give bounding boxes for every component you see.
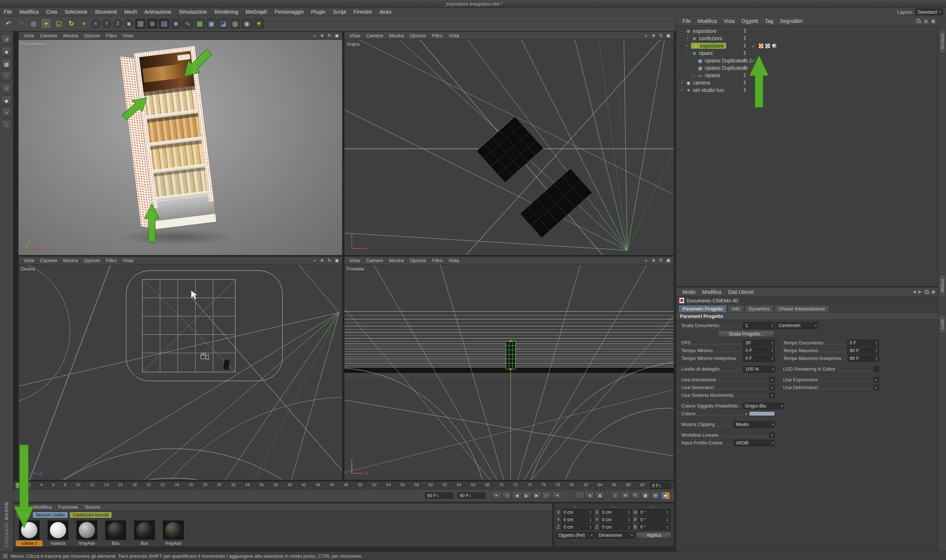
move-icon[interactable]: +: [41, 18, 52, 29]
apply-button[interactable]: Applica: [636, 532, 671, 538]
vp-menu-opzioni[interactable]: Opzioni: [407, 33, 429, 38]
lock-y-icon[interactable]: Y: [102, 19, 111, 28]
timeline-ruler[interactable]: 0246810121416182022242628303234363840424…: [13, 481, 674, 489]
vp-menu-filtro[interactable]: Filtro: [429, 33, 446, 38]
vp-menu-mostra[interactable]: Mostra: [60, 258, 81, 263]
vp-menu-vista[interactable]: Vista: [120, 258, 136, 263]
expander-icon[interactable]: +: [685, 36, 690, 41]
attribute-tab-parametri-progetto[interactable]: Parametri Progetto: [679, 305, 727, 312]
texture-grey-tag-icon[interactable]: [765, 43, 770, 49]
vp-menu-filtro[interactable]: Filtro: [103, 33, 120, 38]
main-menu-finestre[interactable]: Finestre: [350, 8, 376, 16]
tree-row-ripiano-duplicatore-1[interactable]: ▣ripiano Duplicatore.1✓: [676, 57, 938, 64]
vp-menu-opzioni[interactable]: Opzioni: [407, 258, 429, 263]
attribute-tab-chiave-interpolazione[interactable]: Chiave Interpolazione: [775, 305, 829, 312]
viewport-right[interactable]: VisteCamereMostraOpzioniFiltroVista +⊕↻▣…: [18, 256, 343, 480]
next-frame-icon[interactable]: ▶: [532, 492, 542, 500]
material-tab-tutti[interactable]: Tutti: [16, 512, 31, 518]
tree-row-ripiano-duplicatore[interactable]: ▣ripiano Duplicatore✓: [676, 64, 938, 72]
material-tab-confezioni-biscotti[interactable]: Confezioni biscotti: [69, 512, 112, 518]
add-subdivision-icon[interactable]: ▦: [194, 18, 205, 29]
material-sphere[interactable]: [48, 520, 68, 540]
rot-b-field[interactable]: 0 °: [639, 524, 671, 530]
main-menu-mograph[interactable]: MoGraph: [242, 8, 271, 16]
main-menu-strumenti[interactable]: Strumenti: [91, 8, 121, 16]
stepper-icon[interactable]: [436, 494, 439, 498]
size-z-field[interactable]: 0 cm: [600, 524, 632, 530]
input-profilo-dropdown[interactable]: sRGB▾: [733, 440, 775, 446]
material-sphere[interactable]: [163, 520, 184, 540]
rotate-view-icon[interactable]: ↻: [658, 32, 664, 39]
rotate-view-icon[interactable]: ↻: [326, 257, 333, 263]
expander-icon[interactable]: −: [685, 51, 690, 56]
toggle-view-icon[interactable]: ▣: [665, 257, 671, 263]
material-colore-c-0[interactable]: colore c: [16, 520, 43, 546]
range-start-field[interactable]: 90 F: [425, 492, 453, 499]
texture-mode-icon[interactable]: ▦: [2, 59, 11, 69]
zoom-view-icon[interactable]: ⊕: [650, 257, 657, 263]
vp-menu-opzioni[interactable]: Opzioni: [81, 258, 103, 263]
main-menu-plugin[interactable]: Plugin: [307, 8, 329, 16]
coord-system-icon[interactable]: ▣: [125, 19, 133, 28]
tree-row-set-studio-luci[interactable]: +☀set studio luci: [676, 86, 938, 94]
expander-icon[interactable]: +: [679, 80, 684, 85]
prev-frame-icon[interactable]: ◀: [512, 492, 522, 500]
material-tab-nessun-livello[interactable]: Nessun Livello: [32, 512, 68, 518]
prev-key-icon[interactable]: ◁: [502, 492, 511, 500]
material-sphere[interactable]: [134, 520, 155, 540]
range-end-field[interactable]: 90 F: [457, 492, 486, 499]
add-deformer-icon[interactable]: ◪: [218, 18, 228, 29]
last-tool-icon[interactable]: +: [78, 18, 90, 29]
viewport-top[interactable]: VisteCamereMostraOpzioniFiltroVista +⊕↻▣…: [344, 31, 674, 255]
render-settings-icon[interactable]: ⊛: [147, 18, 157, 29]
om-menu-modifica[interactable]: Modifica: [694, 18, 720, 24]
material-sphere[interactable]: [105, 520, 126, 540]
attribute-tab-dynamics[interactable]: Dynamics: [745, 305, 774, 312]
zoom-view-icon[interactable]: ⊕: [650, 32, 657, 39]
object-label[interactable]: ripiano Duplicatore: [704, 65, 749, 71]
perspective-view[interactable]: Prospettiva: [19, 40, 342, 255]
main-menu-rendering[interactable]: Rendering: [211, 8, 242, 16]
coord-mode-dropdown[interactable]: Oggetto (Rel)▾: [556, 532, 595, 538]
section-header[interactable]: Parametri Progetto: [676, 313, 938, 320]
visibility-dots[interactable]: [744, 80, 746, 85]
rotate-small-icon[interactable]: ↻: [631, 492, 640, 500]
mat-menu-file[interactable]: File: [16, 504, 30, 510]
viewport-front[interactable]: VisteCamereMostraOpzioniFiltroVista +⊕↻▣…: [344, 256, 674, 480]
vp-menu-viste[interactable]: Viste: [347, 33, 363, 38]
rot-h-field[interactable]: 0 °: [639, 509, 671, 515]
main-menu-selezione[interactable]: Selezione: [61, 8, 91, 16]
rotate-icon[interactable]: ↻: [66, 18, 77, 29]
main-menu-personaggio[interactable]: Personaggio: [271, 8, 307, 16]
expander-icon[interactable]: +: [691, 73, 696, 78]
usa-generatori-checkbox[interactable]: ✓: [769, 385, 775, 390]
back-icon[interactable]: ◀: [913, 289, 916, 294]
main-menu-crea[interactable]: Crea: [43, 8, 61, 16]
visibility-dots[interactable]: [744, 28, 746, 33]
visibility-dots[interactable]: [744, 51, 746, 55]
vp-menu-mostra[interactable]: Mostra: [386, 33, 407, 38]
mat-menu-modifica[interactable]: Modifica: [30, 504, 55, 510]
enabled-check[interactable]: ✓: [750, 58, 756, 63]
lock-x-icon[interactable]: X: [91, 19, 100, 28]
axis-mode-icon[interactable]: +: [2, 108, 11, 118]
pos-y-field[interactable]: 0 cm: [562, 517, 594, 523]
object-label[interactable]: ripiani: [698, 50, 714, 56]
filter-icon[interactable]: ▤: [924, 18, 928, 24]
convert-editable-icon[interactable]: ↺: [2, 35, 11, 45]
object-label[interactable]: ripiano Duplicatore.1: [704, 58, 753, 63]
material-vrayadv-2[interactable]: VrayAdv: [74, 520, 100, 546]
vp-menu-filtro[interactable]: Filtro: [429, 258, 446, 263]
zoom-view-icon[interactable]: ⊕: [319, 257, 325, 263]
vp-menu-viste[interactable]: Viste: [347, 258, 363, 263]
render-view-icon[interactable]: ▧: [135, 18, 146, 29]
vp-menu-viste[interactable]: Viste: [21, 33, 37, 38]
am-menu-dati-utente[interactable]: Dati Utente: [725, 289, 757, 295]
scale-icon[interactable]: ◱: [53, 18, 64, 29]
workflow-lineare-checkbox[interactable]: ✓: [769, 432, 775, 438]
vp-menu-camere[interactable]: Camere: [37, 33, 60, 38]
expander-icon[interactable]: +: [679, 88, 684, 93]
lock-icon[interactable]: ▣: [932, 289, 935, 294]
am-menu-modo[interactable]: Modo: [679, 289, 699, 295]
main-menu-simulazione[interactable]: Simulazione: [175, 8, 211, 16]
